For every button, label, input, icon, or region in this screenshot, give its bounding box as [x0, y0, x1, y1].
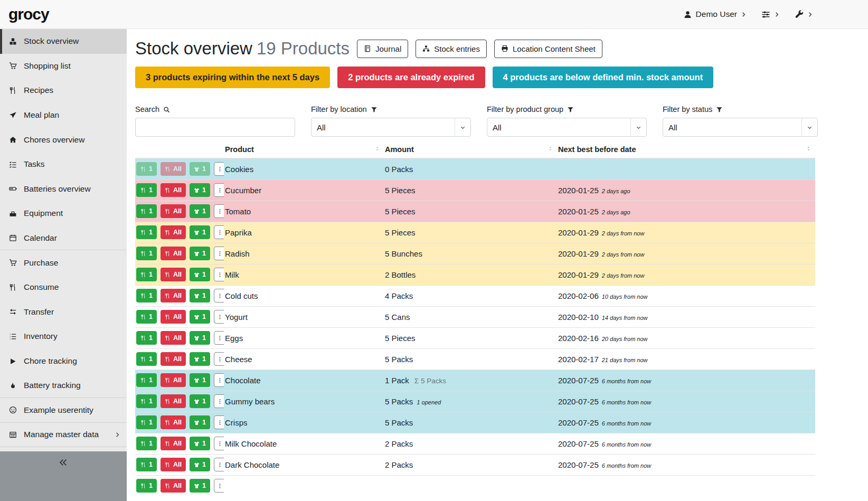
- column-header-product[interactable]: Product: [224, 141, 384, 158]
- sidebar-item-inventory[interactable]: Inventory: [0, 324, 127, 349]
- status-alert[interactable]: 4 products are below defined min. stock …: [493, 67, 714, 88]
- row-menu-button[interactable]: [214, 247, 224, 260]
- product-group-select[interactable]: All: [487, 118, 647, 137]
- consume-one-button[interactable]: 1: [136, 204, 157, 218]
- sidebar-item-transfer[interactable]: Transfer: [0, 300, 127, 325]
- row-menu-button[interactable]: [214, 268, 224, 281]
- consume-all-button[interactable]: All: [161, 225, 186, 239]
- sort-icon[interactable]: [374, 145, 381, 152]
- open-one-button[interactable]: 1: [190, 373, 210, 387]
- open-one-button[interactable]: 1: [190, 394, 210, 408]
- user-menu[interactable]: Demo User: [683, 10, 747, 19]
- consume-all-button[interactable]: All: [161, 247, 186, 260]
- consume-all-button[interactable]: All: [161, 437, 186, 450]
- open-one-button[interactable]: 1: [190, 352, 210, 366]
- search-input[interactable]: [135, 118, 295, 137]
- sort-icon[interactable]: [547, 145, 554, 152]
- sidebar-item-battery-tracking[interactable]: Battery tracking: [0, 373, 127, 398]
- row-menu-button[interactable]: [214, 479, 224, 493]
- row-menu-button[interactable]: [214, 352, 224, 366]
- open-one-button[interactable]: 1: [190, 458, 210, 471]
- consume-one-button[interactable]: 1: [136, 331, 157, 345]
- sidebar-item-meal-plan[interactable]: Meal plan: [0, 103, 127, 128]
- sidebar-item-consume[interactable]: Consume: [0, 275, 127, 300]
- row-menu-button[interactable]: [214, 310, 224, 324]
- app-logo[interactable]: grocy: [8, 5, 49, 23]
- sidebar-item-tasks[interactable]: Tasks: [0, 152, 127, 177]
- consume-one-button[interactable]: 1: [136, 352, 157, 366]
- sidebar-item-chores-overview[interactable]: Chores overview: [0, 127, 127, 152]
- consume-all-button[interactable]: All: [161, 479, 186, 493]
- consume-one-button[interactable]: 1: [136, 394, 157, 408]
- consume-one-button[interactable]: 1: [136, 162, 157, 176]
- consume-one-button[interactable]: 1: [136, 247, 157, 260]
- open-one-button[interactable]: 1: [190, 479, 210, 493]
- open-one-button[interactable]: 1: [190, 204, 210, 218]
- consume-one-button[interactable]: 1: [136, 373, 157, 387]
- sidebar-item-purchase[interactable]: Purchase: [0, 250, 127, 275]
- sidebar-item-manage-master-data[interactable]: Manage master data: [0, 423, 127, 448]
- status-select[interactable]: All: [663, 118, 818, 137]
- consume-one-button[interactable]: 1: [136, 437, 157, 450]
- journal-button[interactable]: Journal: [357, 40, 408, 58]
- location-content-sheet-button[interactable]: Location Content Sheet: [494, 40, 602, 58]
- admin-menu[interactable]: [795, 10, 813, 19]
- sidebar-item-chore-tracking[interactable]: Chore tracking: [0, 349, 127, 374]
- stock-entries-button[interactable]: Stock entries: [416, 40, 487, 58]
- open-one-button[interactable]: 1: [190, 162, 210, 176]
- consume-all-button[interactable]: All: [161, 352, 186, 366]
- row-menu-button[interactable]: [214, 289, 224, 303]
- open-one-button[interactable]: 1: [190, 247, 210, 260]
- row-menu-button[interactable]: [214, 437, 224, 450]
- consume-one-button[interactable]: 1: [136, 310, 157, 324]
- open-one-button[interactable]: 1: [190, 310, 210, 324]
- column-header-next-best-before-date[interactable]: Next best before date: [557, 141, 815, 158]
- open-one-button[interactable]: 1: [190, 268, 210, 281]
- consume-all-button[interactable]: All: [161, 373, 186, 387]
- consume-one-button[interactable]: 1: [136, 183, 157, 197]
- sort-icon[interactable]: [805, 145, 812, 152]
- row-menu-button[interactable]: [214, 183, 224, 197]
- consume-all-button[interactable]: All: [161, 268, 186, 281]
- sidebar-collapse-button[interactable]: [0, 451, 127, 501]
- sidebar-item-example-userentity[interactable]: Example userentity: [0, 398, 127, 423]
- sidebar-item-equipment[interactable]: Equipment: [0, 201, 127, 226]
- consume-one-button[interactable]: 1: [136, 268, 157, 281]
- status-alert[interactable]: 3 products expiring within the next 5 da…: [135, 67, 330, 88]
- row-menu-button[interactable]: [214, 204, 224, 218]
- consume-one-button[interactable]: 1: [136, 415, 157, 429]
- consume-one-button[interactable]: 1: [136, 458, 157, 471]
- consume-all-button[interactable]: All: [161, 162, 186, 176]
- settings-menu[interactable]: [761, 10, 780, 19]
- open-one-button[interactable]: 1: [190, 225, 210, 239]
- sidebar-item-calendar[interactable]: Calendar: [0, 226, 127, 251]
- status-alert[interactable]: 2 products are already expired: [337, 67, 485, 88]
- column-header-amount[interactable]: Amount: [384, 141, 557, 158]
- consume-all-button[interactable]: All: [161, 204, 186, 218]
- open-one-button[interactable]: 1: [190, 415, 210, 429]
- row-menu-button[interactable]: [214, 331, 224, 345]
- consume-one-button[interactable]: 1: [136, 479, 157, 493]
- consume-one-button[interactable]: 1: [136, 289, 157, 303]
- row-menu-button[interactable]: [214, 415, 224, 429]
- open-one-button[interactable]: 1: [190, 331, 210, 345]
- row-menu-button[interactable]: [214, 225, 224, 239]
- sidebar-item-shopping-list[interactable]: Shopping list: [0, 54, 127, 79]
- consume-all-button[interactable]: All: [161, 310, 186, 324]
- row-menu-button[interactable]: [214, 373, 224, 387]
- row-menu-button[interactable]: [214, 394, 224, 408]
- consume-all-button[interactable]: All: [161, 415, 186, 429]
- consume-all-button[interactable]: All: [161, 394, 186, 408]
- location-select[interactable]: All: [311, 118, 471, 137]
- consume-all-button[interactable]: All: [161, 289, 186, 303]
- open-one-button[interactable]: 1: [190, 289, 210, 303]
- sidebar-item-stock-overview[interactable]: Stock overview: [0, 29, 127, 54]
- open-one-button[interactable]: 1: [190, 183, 210, 197]
- consume-all-button[interactable]: All: [161, 331, 186, 345]
- row-menu-button[interactable]: [214, 162, 224, 176]
- consume-all-button[interactable]: All: [161, 458, 186, 471]
- consume-one-button[interactable]: 1: [136, 225, 157, 239]
- sidebar-item-batteries-overview[interactable]: Batteries overview: [0, 177, 127, 202]
- row-menu-button[interactable]: [214, 458, 224, 471]
- open-one-button[interactable]: 1: [190, 437, 210, 450]
